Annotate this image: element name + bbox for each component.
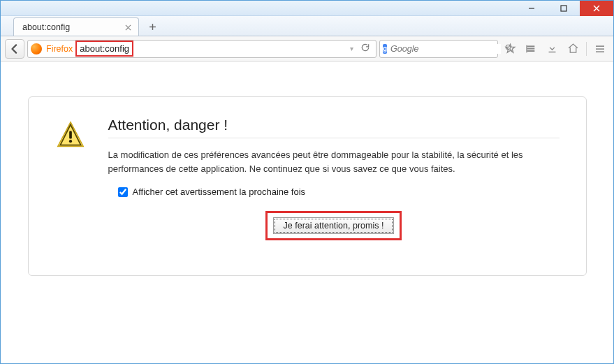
search-bar[interactable]: g <box>379 40 498 58</box>
show-warning-checkbox-label[interactable]: Afficher cet avertissement la prochaine … <box>133 187 306 197</box>
downloads-button[interactable] <box>543 40 561 58</box>
url-text[interactable]: about:config <box>80 43 129 54</box>
svg-rect-10 <box>527 45 535 47</box>
show-warning-checkbox[interactable] <box>118 187 128 197</box>
reload-button[interactable] <box>358 43 373 54</box>
toolbar-separator <box>586 42 587 56</box>
window-minimize-button[interactable] <box>516 1 548 16</box>
tab-strip: about:config <box>1 16 613 36</box>
firefox-identity-icon <box>31 43 42 54</box>
home-button[interactable] <box>564 40 582 58</box>
search-input[interactable] <box>390 44 501 54</box>
menu-button[interactable] <box>591 40 609 58</box>
url-bar[interactable]: Firefox about:config ▾ <box>27 40 377 58</box>
svg-rect-12 <box>527 50 535 52</box>
window-maximize-button[interactable] <box>548 1 580 16</box>
page-content: Attention, danger ! La modification de c… <box>1 61 613 363</box>
svg-rect-14 <box>596 45 604 47</box>
new-tab-button[interactable] <box>143 19 161 34</box>
tab-title: about:config <box>22 22 70 32</box>
warning-panel: Attention, danger ! La modification de c… <box>28 96 587 276</box>
svg-rect-11 <box>527 48 535 49</box>
google-search-engine-icon[interactable]: g <box>383 44 387 54</box>
library-button[interactable] <box>522 40 540 58</box>
svg-rect-17 <box>69 131 72 139</box>
svg-rect-1 <box>561 6 567 11</box>
svg-rect-16 <box>596 51 604 52</box>
navigation-toolbar: Firefox about:config ▾ g <box>1 36 613 61</box>
accept-button-highlight-annotation: Je ferai attention, promis ! <box>265 211 402 240</box>
window-close-button[interactable] <box>580 1 613 16</box>
svg-point-18 <box>68 140 71 143</box>
warning-icon <box>55 117 89 240</box>
show-warning-checkbox-row: Afficher cet avertissement la prochaine … <box>118 187 560 197</box>
url-highlight-annotation: about:config <box>75 41 133 57</box>
identity-label: Firefox <box>46 44 73 54</box>
back-button[interactable] <box>5 39 24 59</box>
warning-text: La modification de ces préférences avanc… <box>108 148 560 175</box>
urlbar-dropdown-icon[interactable]: ▾ <box>350 45 353 52</box>
accept-risk-button[interactable]: Je ferai attention, promis ! <box>273 217 395 234</box>
svg-rect-13 <box>548 52 555 52</box>
browser-tab[interactable]: about:config <box>13 17 139 36</box>
warning-body: Attention, danger ! La modification de c… <box>108 117 560 240</box>
bookmark-star-button[interactable] <box>501 40 519 58</box>
tab-close-icon[interactable] <box>123 22 133 32</box>
svg-rect-15 <box>596 48 604 50</box>
window-titlebar <box>1 1 613 16</box>
warning-title: Attention, danger ! <box>108 117 560 138</box>
